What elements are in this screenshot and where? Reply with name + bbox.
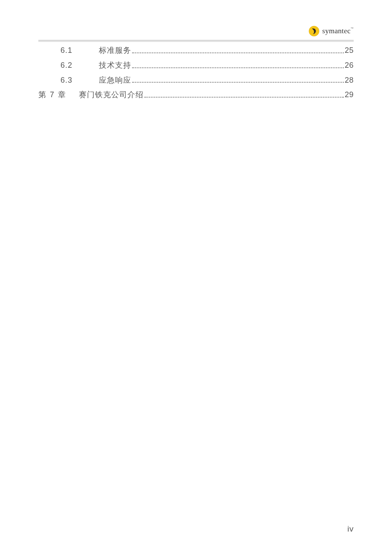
header-divider-thin	[38, 41, 354, 42]
toc-entry-title: 赛门铁克公司介绍	[79, 89, 144, 101]
toc-entry-page: 25	[345, 44, 354, 57]
page-number-footer: iv	[347, 524, 354, 534]
toc-leader-dots	[144, 97, 344, 98]
toc-entry-title: 技术支持	[99, 59, 131, 72]
toc-entry-title: 应急响应	[99, 74, 131, 87]
toc-leader-dots	[132, 52, 344, 53]
toc-entry-number: 6.1	[61, 44, 99, 57]
toc-entry-page: 29	[345, 89, 354, 101]
toc-entry: 6.1 标准服务 25	[38, 44, 354, 57]
toc-leader-dots	[132, 82, 344, 83]
toc-entry-page: 26	[345, 59, 354, 72]
brand-name: symantec™	[322, 27, 354, 35]
toc-entry-number: 6.3	[61, 74, 99, 87]
toc-leader-dots	[132, 67, 344, 68]
toc-entry-number: 第 7 章	[38, 89, 79, 101]
symantec-logo-icon	[308, 26, 320, 37]
table-of-contents: 6.1 标准服务 25 6.2 技术支持 26 6.3 应急响应 28 第 7 …	[38, 44, 354, 101]
toc-entry: 6.3 应急响应 28	[38, 74, 354, 87]
page-header: symantec™	[38, 26, 354, 40]
toc-entry-number: 6.2	[61, 59, 99, 72]
document-page: symantec™ 6.1 标准服务 25 6.2 技术支持 26 6.3 应急…	[0, 0, 392, 555]
toc-entry-chapter: 第 7 章 赛门铁克公司介绍 29	[38, 89, 354, 101]
toc-entry-title: 标准服务	[99, 44, 131, 57]
header-divider-thick	[38, 40, 354, 40]
brand-logo: symantec™	[308, 26, 354, 37]
toc-entry: 6.2 技术支持 26	[38, 59, 354, 72]
toc-entry-page: 28	[345, 74, 354, 87]
trademark-symbol: ™	[351, 27, 354, 30]
